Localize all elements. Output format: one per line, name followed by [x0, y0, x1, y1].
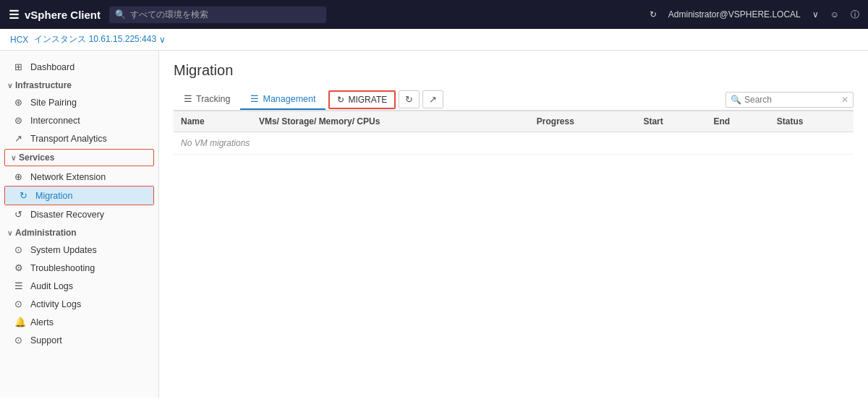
search-clear-icon[interactable]: ✕ — [841, 95, 848, 105]
troubleshooting-icon: ⚙ — [14, 262, 26, 273]
refresh-button[interactable]: ↻ — [399, 90, 420, 108]
user-account[interactable]: Administrator@VSPHERE.LOCAL — [668, 9, 801, 20]
system-updates-icon: ⊙ — [14, 244, 26, 255]
toggle-services: ∨ — [11, 154, 16, 162]
sidebar-item-site-pairing[interactable]: ⊛ Site Pairing — [0, 93, 158, 111]
sidebar-section-infrastructure[interactable]: ∨ Infrastructure — [0, 76, 158, 93]
export-button[interactable]: ↗ — [422, 90, 443, 108]
search-placeholder: すべての環境を検索 — [130, 9, 208, 21]
sidebar-item-transport-analytics[interactable]: ↗ Transport Analytics — [0, 129, 158, 147]
disaster-recovery-icon: ↺ — [14, 209, 26, 220]
content-area: Migration ☰ Tracking ☰ Management ↻ MIGR… — [159, 51, 868, 398]
content-search[interactable]: 🔍 ✕ — [726, 92, 854, 108]
transport-analytics-icon: ↗ — [14, 133, 26, 144]
breadcrumb-instance[interactable]: インスタンス 10.61.15.225:443 — [34, 33, 156, 46]
tracking-tab-icon: ☰ — [184, 93, 192, 104]
sidebar-label-administration: Administration — [15, 228, 77, 238]
export-btn-icon: ↗ — [429, 94, 437, 105]
col-header-name: Name — [174, 111, 252, 132]
sidebar-item-migration-wrapper: ↻ Migration — [4, 186, 154, 205]
col-header-start: Start — [636, 111, 706, 132]
sidebar-item-system-updates[interactable]: ⊙ System Updates — [0, 241, 158, 259]
breadcrumb-root[interactable]: HCX — [10, 35, 28, 45]
sidebar-label-audit-logs: Audit Logs — [30, 281, 73, 291]
sidebar-item-interconnect[interactable]: ⊜ Interconnect — [0, 111, 158, 129]
content-search-icon: 🔍 — [731, 95, 741, 105]
management-tab-label: Management — [263, 94, 315, 104]
col-header-vms: VMs/ Storage/ Memory/ CPUs — [252, 111, 529, 132]
hamburger-icon[interactable]: ☰ — [9, 8, 19, 22]
tab-management[interactable]: ☰ Management — [240, 89, 326, 110]
empty-message: No VM migrations — [174, 132, 854, 155]
sidebar-item-troubleshooting[interactable]: ⚙ Troubleshooting — [0, 259, 158, 277]
sidebar-label-network-extension: Network Extension — [30, 172, 106, 182]
tabs-row: ☰ Tracking ☰ Management ↻ MIGRATE ↻ ↗ — [174, 89, 854, 111]
tab-actions: ↻ MIGRATE ↻ ↗ — [328, 90, 443, 109]
col-header-status: Status — [770, 111, 854, 132]
management-tab-icon: ☰ — [250, 93, 259, 104]
sidebar-section-services-wrapper: ∨ Services — [4, 149, 154, 166]
app-name: vSphere Client — [25, 9, 101, 21]
refresh-btn-icon: ↻ — [405, 94, 413, 105]
site-pairing-icon: ⊛ — [14, 97, 26, 108]
sidebar-item-dashboard[interactable]: ⊞ Dashboard — [0, 58, 158, 76]
alerts-icon: 🔔 — [14, 317, 26, 327]
table-header-row: Name VMs/ Storage/ Memory/ CPUs Progress… — [174, 111, 854, 132]
activity-logs-icon: ⊙ — [14, 299, 26, 309]
toggle-infrastructure: ∨ — [7, 82, 12, 90]
search-icon: 🔍 — [115, 9, 126, 20]
search-input[interactable] — [744, 95, 838, 105]
breadcrumb-chevron[interactable]: ∨ — [159, 35, 166, 45]
dropdown-icon[interactable]: ∨ — [812, 9, 819, 20]
sidebar: ⊞ Dashboard ∨ Infrastructure ⊛ Site Pair… — [0, 51, 159, 398]
sidebar-item-disaster-recovery[interactable]: ↺ Disaster Recovery — [0, 205, 158, 223]
sidebar-label-activity-logs: Activity Logs — [30, 299, 81, 309]
sidebar-label-troubleshooting: Troubleshooting — [30, 263, 95, 273]
sidebar-label-disaster-recovery: Disaster Recovery — [30, 210, 104, 220]
sidebar-label-site-pairing: Site Pairing — [30, 98, 77, 108]
tracking-tab-label: Tracking — [196, 94, 230, 104]
migrate-button[interactable]: ↻ MIGRATE — [328, 90, 396, 109]
tab-tracking[interactable]: ☰ Tracking — [174, 89, 240, 110]
sidebar-section-services[interactable]: ∨ Services — [11, 153, 148, 163]
sidebar-item-migration[interactable]: ↻ Migration — [5, 186, 153, 205]
app-brand: ☰ vSphere Client — [9, 8, 101, 22]
main-layout: ⊞ Dashboard ∨ Infrastructure ⊛ Site Pair… — [0, 51, 868, 398]
global-search[interactable]: 🔍 すべての環境を検索 — [109, 7, 326, 23]
migrations-table: Name VMs/ Storage/ Memory/ CPUs Progress… — [174, 111, 854, 155]
sidebar-label-interconnect: Interconnect — [30, 116, 80, 126]
sidebar-item-support[interactable]: ⊙ Support — [0, 331, 158, 349]
sidebar-label-transport-analytics: Transport Analytics — [30, 134, 107, 144]
sidebar-section-administration[interactable]: ∨ Administration — [0, 223, 158, 241]
sidebar-label-alerts: Alerts — [30, 317, 54, 327]
sidebar-item-audit-logs[interactable]: ☰ Audit Logs — [0, 277, 158, 295]
audit-logs-icon: ☰ — [14, 280, 26, 291]
sidebar-label-migration: Migration — [35, 191, 72, 201]
interconnect-icon: ⊜ — [14, 115, 26, 126]
table-empty-row: No VM migrations — [174, 132, 854, 155]
migrate-btn-icon: ↻ — [337, 95, 344, 105]
dashboard-icon: ⊞ — [14, 61, 26, 72]
refresh-icon[interactable]: ↻ — [650, 9, 657, 20]
sidebar-label-services: Services — [19, 153, 54, 163]
top-nav: ☰ vSphere Client 🔍 すべての環境を検索 ↻ Administr… — [0, 0, 868, 29]
sidebar-item-activity-logs[interactable]: ⊙ Activity Logs — [0, 295, 158, 313]
sidebar-label-dashboard: Dashboard — [30, 62, 75, 72]
help-icon[interactable]: ⓘ — [851, 9, 859, 21]
sidebar-label-system-updates: System Updates — [30, 245, 97, 255]
migrate-btn-label: MIGRATE — [348, 95, 387, 105]
toggle-administration: ∨ — [7, 229, 12, 237]
page-title: Migration — [174, 62, 854, 79]
sidebar-item-network-extension[interactable]: ⊕ Network Extension — [0, 168, 158, 186]
col-header-progress: Progress — [529, 111, 637, 132]
migration-icon: ↻ — [20, 190, 31, 201]
breadcrumb: HCX インスタンス 10.61.15.225:443 ∨ — [0, 29, 868, 51]
sidebar-label-support: Support — [30, 335, 62, 346]
top-nav-right: ↻ Administrator@VSPHERE.LOCAL ∨ ☺ ⓘ — [650, 9, 859, 21]
sidebar-label-infrastructure: Infrastructure — [15, 80, 72, 90]
smiley-icon[interactable]: ☺ — [830, 9, 839, 20]
sidebar-item-alerts[interactable]: 🔔 Alerts — [0, 313, 158, 331]
col-header-end: End — [706, 111, 769, 132]
support-icon: ⊙ — [14, 335, 26, 346]
network-extension-icon: ⊕ — [14, 171, 26, 182]
